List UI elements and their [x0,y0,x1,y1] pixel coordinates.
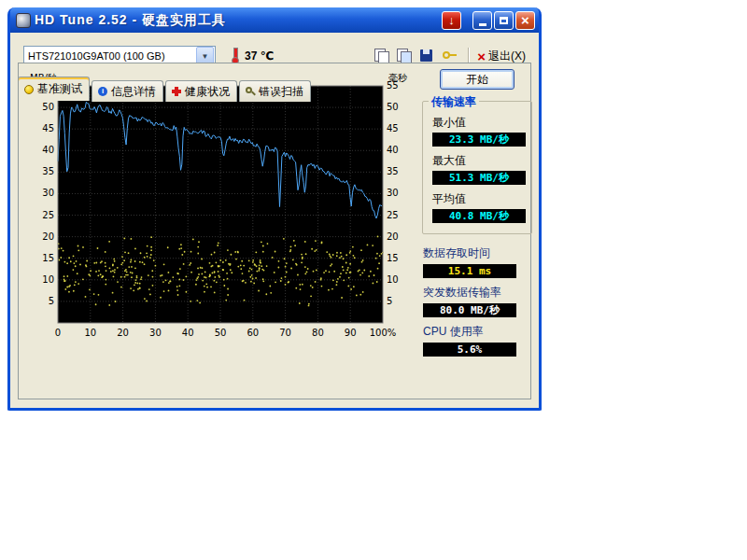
svg-text:30: 30 [149,328,162,338]
svg-text:10: 10 [42,274,54,285]
access-time-label: 数据存取时间 [423,245,532,261]
svg-text:20: 20 [42,231,54,242]
svg-text:30: 30 [42,188,54,198]
svg-text:15: 15 [387,253,399,263]
app-icon [16,13,31,28]
transfer-rate-group: 传输速率 最小值 23.3 MB/秒 最大值 51.3 MB/秒 平均值 40.… [422,101,532,234]
svg-text:100%: 100% [370,328,397,338]
maximize-button[interactable] [494,11,514,30]
temperature-value: 37 ℃ [245,49,274,63]
info-icon: i [98,87,107,96]
min-value: 23.3 MB/秒 [432,133,526,147]
tab-error-scan[interactable]: 错误扫描 [239,80,311,102]
tab-info[interactable]: i 信息详情 [92,80,163,102]
svg-text:20: 20 [117,328,129,338]
exit-label: 退出(X) [488,49,526,64]
svg-text:20: 20 [387,231,399,242]
close-button[interactable]: × [515,11,535,30]
cpu-usage-label: CPU 使用率 [423,324,532,340]
cpu-usage-value: 5.6% [423,343,516,357]
benchmark-tab-page: 5510101515202025253030353540404545505055… [18,63,531,399]
client-area: HTS721010G9AT00 (100 GB) ▼ 37 ℃ × 退出(X) … [10,33,539,405]
svg-text:5: 5 [387,296,392,306]
tab-info-label: 信息详情 [111,84,156,100]
svg-text:50: 50 [387,102,399,112]
access-time-value: 15.1 ms [423,264,516,278]
tab-benchmark-label: 基准测试 [37,81,82,97]
health-cross-icon [172,87,181,96]
burst-rate-value: 80.0 MB/秒 [423,303,516,317]
minimize-button[interactable] [472,11,492,30]
svg-text:45: 45 [42,123,54,133]
svg-text:50: 50 [215,328,227,338]
benchmark-icon [24,85,34,94]
results-panel: 开始 传输速率 最小值 23.3 MB/秒 最大值 51.3 MB/秒 平均值 … [420,67,534,363]
download-arrow-button[interactable]: ↓ [442,11,461,30]
svg-text:10: 10 [84,328,96,338]
svg-text:50: 50 [42,102,54,112]
tab-benchmark[interactable]: 基准测试 [18,77,90,101]
svg-text:10: 10 [387,274,399,285]
svg-text:45: 45 [387,123,399,133]
svg-text:15: 15 [42,253,54,263]
min-label: 最小值 [432,115,523,131]
tab-strip: 基准测试 i 信息详情 健康状况 错误扫描 [18,79,533,100]
drive-select-value: HTS721010G9AT00 (100 GB) [24,50,196,62]
tab-error-scan-label: 错误扫描 [259,84,303,100]
hd-tune-window: HD Tune 2.52 - 硬盘实用工具 ↓ × HTS721010G9AT0… [7,7,542,411]
max-value: 51.3 MB/秒 [432,171,526,185]
svg-text:35: 35 [387,166,399,176]
svg-text:40: 40 [182,328,194,338]
tab-health-label: 健康状况 [185,84,230,100]
svg-text:90: 90 [345,328,357,338]
maximize-icon [500,17,508,24]
benchmark-chart: 5510101515202025253030353540404545505055… [26,71,411,353]
svg-text:40: 40 [42,145,54,155]
burst-rate-label: 突发数据传输率 [423,285,532,301]
svg-text:25: 25 [42,210,54,220]
svg-text:70: 70 [279,328,291,338]
tab-health[interactable]: 健康状况 [165,80,237,102]
svg-text:30: 30 [387,188,399,198]
window-title: HD Tune 2.52 - 硬盘实用工具 [35,12,440,29]
magnifier-icon [246,87,255,96]
svg-text:40: 40 [387,145,399,155]
svg-text:80: 80 [312,328,324,338]
avg-value: 40.8 MB/秒 [432,209,526,223]
exit-x-icon: × [477,49,486,64]
svg-text:0: 0 [55,328,61,338]
svg-text:60: 60 [247,328,259,338]
svg-text:25: 25 [387,210,399,220]
svg-text:5: 5 [49,296,54,306]
max-label: 最大值 [432,153,523,169]
exit-button[interactable]: × 退出(X) [477,49,526,64]
svg-text:35: 35 [42,166,54,176]
avg-label: 平均值 [432,191,523,207]
minimize-icon [479,23,486,26]
titlebar[interactable]: HD Tune 2.52 - 硬盘实用工具 ↓ × [10,7,539,33]
